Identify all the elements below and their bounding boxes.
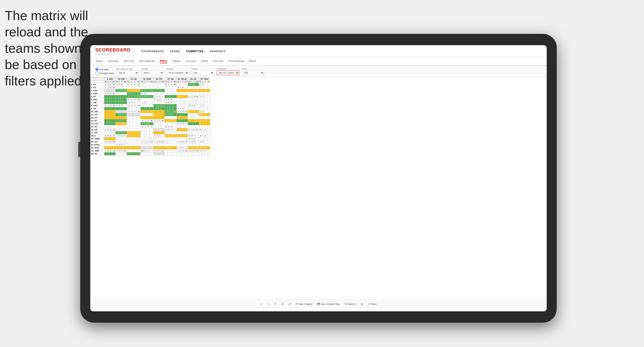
cell-l: 0: [180, 95, 182, 98]
cell-dif: [161, 107, 165, 110]
conference-select[interactable]: Pac-12 Conference ▼: [217, 71, 239, 75]
tab-teams[interactable]: Teams: [95, 60, 103, 63]
cell-t: [147, 113, 150, 116]
nav-committee[interactable]: COMMITTEE: [186, 50, 204, 53]
cell-dif: [207, 137, 210, 140]
tab-detail[interactable]: Detail: [201, 60, 208, 63]
settings-btn[interactable]: ⚙: [289, 303, 291, 305]
region-select[interactable]: N/A: [192, 71, 214, 75]
tab-matrix[interactable]: Matrix: [160, 60, 167, 63]
cell-dif: [137, 146, 140, 149]
cell-w: [165, 137, 168, 140]
save-custom-btn[interactable]: 💾 Save Custom View: [317, 303, 340, 305]
cell-w: 0: [127, 92, 130, 95]
cell-dif: [195, 110, 199, 113]
cell-w: [141, 137, 144, 140]
full-view-radio[interactable]: Full View: [95, 68, 114, 71]
team-label: 16. UO: [91, 128, 104, 131]
cell-t: [170, 137, 173, 140]
compact-view-radio[interactable]: Compact View: [95, 72, 114, 75]
cell-t: [121, 98, 123, 101]
cell-l: [118, 101, 121, 104]
view-original-btn[interactable]: 👁 View: Original: [296, 303, 312, 305]
tab-summary2[interactable]: Summary: [186, 60, 196, 63]
cell-l: 0: [202, 110, 204, 113]
cell-l: [118, 95, 121, 98]
cell-dif: [137, 86, 140, 89]
cell-w: [165, 149, 168, 152]
cell-dif: [195, 92, 199, 95]
cell-t: [193, 134, 195, 137]
cell-dif: [195, 131, 199, 134]
cell-dif: 23: [112, 83, 116, 86]
tab-h2h-heatmap[interactable]: H2H Heatmap: [139, 60, 155, 63]
gender-select[interactable]: Men's Women's: [141, 71, 164, 75]
refresh-btn[interactable]: ⟳: [275, 303, 277, 305]
cell-l: 1: [191, 128, 193, 131]
cell-l: [191, 101, 193, 104]
matrix-area[interactable]: 3. ASU 10. UW 11. UA 22. UCB 24. UO 27. …: [90, 77, 547, 299]
team-label: 4. UNC: [91, 92, 104, 95]
cell-l: 1: [144, 125, 146, 128]
team-label: 7. UM: [91, 101, 104, 104]
cell-t: 0: [170, 101, 173, 104]
cell-w: [188, 119, 191, 122]
cell-dif: [173, 107, 177, 110]
sh-t9: T: [204, 81, 207, 83]
cell-dif: [112, 152, 116, 155]
cell-t: 0: [193, 95, 195, 98]
team-select[interactable]: (All): [242, 71, 264, 75]
cell-w: 1: [188, 140, 191, 143]
cell-t: [182, 131, 184, 134]
tab-summary[interactable]: Summary: [108, 60, 118, 63]
nav-teams[interactable]: TEAMS: [170, 50, 180, 53]
cell-dif: -23: [112, 149, 116, 152]
cell-l: [118, 92, 121, 95]
cell-w: [104, 113, 107, 116]
watch-btn[interactable]: 👁 Watch ▾: [345, 303, 356, 305]
cell-w: [116, 140, 119, 143]
cell-w: [153, 89, 156, 92]
cell-w: 2: [104, 149, 107, 152]
cell-t: [109, 119, 112, 122]
cell-w: 3: [199, 89, 202, 92]
cell-dif: 35: [137, 95, 140, 98]
tab-players[interactable]: Players: [172, 60, 181, 63]
cell-t: 1: [147, 110, 150, 113]
cell-w: [127, 149, 130, 152]
cell-w: [141, 146, 144, 149]
max-teams-select[interactable]: Top 25 Top 50: [116, 71, 139, 75]
tab-h2h-heatmap2[interactable]: H2H Heatmap: [228, 60, 244, 63]
undo-btn[interactable]: ↩: [261, 303, 263, 305]
nav-rankings[interactable]: RANKINGS: [210, 50, 225, 53]
redo-btn[interactable]: ↪: [268, 303, 270, 305]
cell-w: 1: [188, 134, 191, 137]
division-select[interactable]: NCAA Division I: [167, 71, 189, 75]
cell-dif: [207, 86, 210, 89]
team-label: 15. UF: [91, 125, 104, 128]
nav-tournaments[interactable]: TOURNAMENTS: [141, 50, 164, 53]
team-label: 14. TTU: [91, 122, 104, 125]
zoom-btn[interactable]: ⊕: [282, 303, 284, 305]
cell-dif: [207, 92, 210, 95]
cell-w: 0: [116, 89, 119, 92]
cell-w: [127, 107, 130, 110]
share-btn[interactable]: ⟨⟩ Share: [368, 303, 377, 305]
compare-btn[interactable]: ⊞: [361, 303, 363, 305]
tab-h2h-grid[interactable]: H2H Grid: [123, 60, 134, 63]
tab-matrix2[interactable]: Matrix: [249, 60, 256, 63]
cell-w: [165, 95, 168, 98]
cell-w: 0: [165, 125, 168, 128]
cell-w: 3: [165, 146, 168, 149]
cell-w: 1: [153, 146, 156, 149]
cell-dif: [173, 125, 177, 128]
cell-w: [116, 128, 119, 131]
cell-t: [170, 152, 173, 155]
cell-dif: [195, 101, 199, 104]
cell-dif: [207, 125, 210, 128]
cell-l: 2: [107, 83, 109, 86]
cell-l: [107, 125, 109, 128]
cell-w: 0: [127, 83, 130, 86]
cell-dif: [195, 116, 199, 119]
tab-h2h-grid2[interactable]: H2H Grid: [213, 60, 223, 63]
